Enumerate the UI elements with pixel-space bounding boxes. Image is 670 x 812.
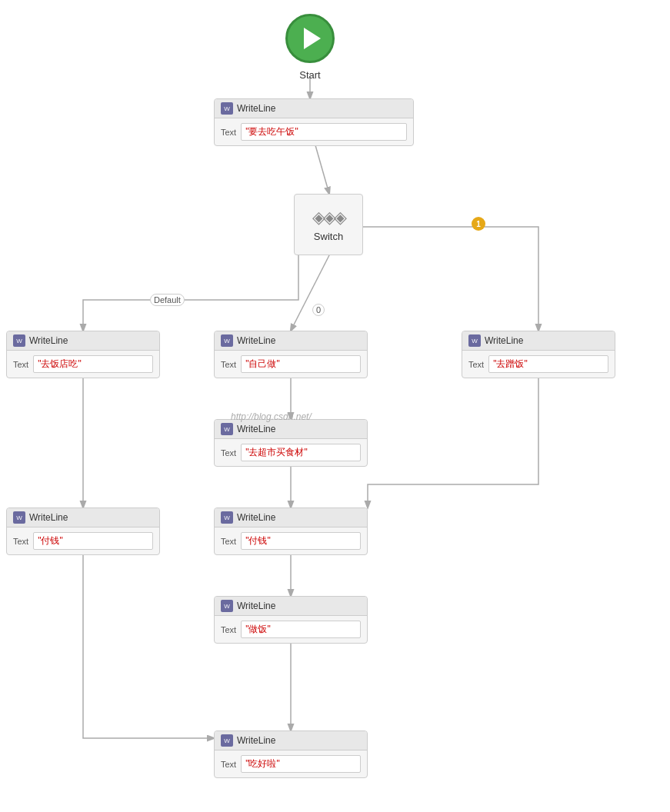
node-writeline-3-value[interactable]: "自己做"	[241, 355, 361, 373]
writeline-icon-5: W	[221, 423, 233, 435]
node-writeline-9[interactable]: W WriteLine Text "吃好啦"	[214, 730, 368, 778]
node-writeline-6-header: W WriteLine	[7, 508, 159, 527]
node-writeline-9-body: Text "吃好啦"	[215, 750, 367, 777]
writeline-icon-2: W	[13, 334, 25, 347]
node-writeline-2-value[interactable]: "去饭店吃"	[33, 355, 153, 373]
start-label: Start	[285, 69, 335, 81]
node-writeline-4[interactable]: W WriteLine Text "去蹭饭"	[462, 331, 615, 378]
writeline-icon-7: W	[221, 511, 233, 524]
badge-1: 1	[472, 217, 485, 231]
switch-icon: ◈◈◈	[312, 208, 345, 228]
node-writeline-9-label: Text	[221, 760, 236, 769]
node-writeline-7-body: Text "付钱"	[215, 527, 367, 554]
node-writeline-2-title: WriteLine	[29, 335, 68, 346]
node-writeline-5-title: WriteLine	[237, 424, 275, 434]
writeline-icon-4: W	[468, 334, 481, 347]
svg-line-2	[291, 255, 329, 331]
node-writeline-5-header: W WriteLine	[215, 420, 367, 439]
node-writeline-4-title: WriteLine	[485, 335, 523, 346]
node-writeline-5-body: Text "去超市买食材"	[215, 439, 367, 466]
node-writeline-1-value[interactable]: "要去吃午饭"	[241, 123, 407, 141]
writeline-icon-9: W	[221, 734, 233, 747]
node-writeline-9-value[interactable]: "吃好啦"	[241, 755, 361, 773]
node-writeline-9-title: WriteLine	[237, 735, 275, 746]
node-writeline-4-value[interactable]: "去蹭饭"	[488, 355, 608, 373]
node-writeline-5[interactable]: W WriteLine Text "去超市买食材"	[214, 419, 368, 467]
node-writeline-2-body: Text "去饭店吃"	[7, 351, 159, 378]
node-writeline-4-body: Text "去蹭饭"	[462, 351, 615, 378]
node-writeline-2[interactable]: W WriteLine Text "去饭店吃"	[6, 331, 160, 378]
node-writeline-6[interactable]: W WriteLine Text "付钱"	[6, 508, 160, 555]
node-writeline-8-header: W WriteLine	[215, 597, 367, 616]
switch-node[interactable]: ◈◈◈ Switch	[294, 194, 363, 255]
start-node[interactable]	[285, 14, 335, 63]
node-writeline-1-body: Text "要去吃午饭"	[215, 118, 413, 145]
watermark: http://blog.csdn.net/	[231, 411, 312, 422]
node-writeline-9-header: W WriteLine	[215, 731, 367, 750]
node-writeline-7[interactable]: W WriteLine Text "付钱"	[214, 508, 368, 555]
node-writeline-2-header: W WriteLine	[7, 331, 159, 351]
node-writeline-1[interactable]: W WriteLine Text "要去吃午饭"	[214, 98, 414, 146]
node-writeline-8-title: WriteLine	[237, 601, 275, 611]
node-writeline-4-label: Text	[468, 360, 484, 369]
node-writeline-3-body: Text "自己做"	[215, 351, 367, 378]
writeline-icon-8: W	[221, 600, 233, 612]
node-writeline-8-body: Text "做饭"	[215, 616, 367, 643]
node-writeline-1-title: WriteLine	[237, 103, 275, 114]
node-writeline-8-value[interactable]: "做饭"	[241, 621, 361, 638]
node-writeline-7-title: WriteLine	[237, 512, 275, 523]
node-writeline-1-label: Text	[221, 128, 236, 137]
node-writeline-6-label: Text	[13, 537, 28, 546]
node-writeline-3-label: Text	[221, 360, 236, 369]
node-writeline-2-label: Text	[13, 360, 28, 369]
flow-diagram: Start W WriteLine Text "要去吃午饭" ◈◈◈ Switc…	[0, 0, 670, 812]
writeline-icon-3: W	[221, 334, 233, 347]
node-writeline-3-header: W WriteLine	[215, 331, 367, 351]
node-writeline-5-value[interactable]: "去超市买食材"	[241, 444, 361, 461]
node-writeline-6-body: Text "付钱"	[7, 527, 159, 554]
switch-label: Switch	[314, 231, 343, 242]
node-writeline-7-value[interactable]: "付钱"	[241, 532, 361, 550]
edge-label-0: 0	[312, 304, 325, 316]
writeline-icon-1: W	[221, 102, 233, 115]
svg-line-1	[314, 140, 329, 194]
node-writeline-6-value[interactable]: "付钱"	[33, 532, 153, 550]
node-writeline-5-label: Text	[221, 448, 236, 458]
node-writeline-1-header: W WriteLine	[215, 99, 413, 118]
writeline-icon-6: W	[13, 511, 25, 524]
node-writeline-4-header: W WriteLine	[462, 331, 615, 351]
node-writeline-3[interactable]: W WriteLine Text "自己做"	[214, 331, 368, 378]
node-writeline-8-label: Text	[221, 625, 236, 634]
edge-label-default: Default	[150, 294, 185, 306]
node-writeline-6-title: WriteLine	[29, 512, 68, 523]
node-writeline-7-label: Text	[221, 537, 236, 546]
node-writeline-7-header: W WriteLine	[215, 508, 367, 527]
node-writeline-3-title: WriteLine	[237, 335, 275, 346]
node-writeline-8[interactable]: W WriteLine Text "做饭"	[214, 596, 368, 644]
